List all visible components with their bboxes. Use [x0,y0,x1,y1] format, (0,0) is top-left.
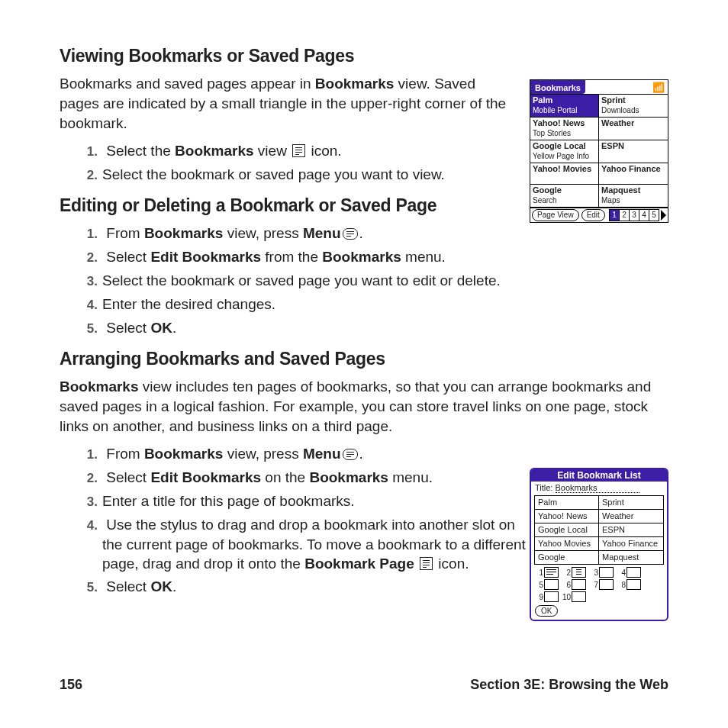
dialog-title: Edit Bookmark List [531,469,667,482]
text: menu. [401,249,446,265]
bookmark-cell[interactable]: MapquestMaps [599,185,668,208]
text-bold: Menu [303,225,341,241]
text-bold: Bookmarks [144,446,224,462]
bookmark-cell[interactable]: Weather [599,118,668,140]
bookmark-slot[interactable]: Yahoo! News [535,510,599,523]
page-tab[interactable]: 4 [639,209,649,221]
text: icon. [438,556,469,572]
page-slot-number: 8 [617,581,626,589]
step: Select OK. [102,318,668,338]
edit-button[interactable]: Edit [581,209,605,221]
text: Select [106,578,150,594]
page-slot[interactable]: 8 [617,579,641,590]
text: view [254,143,292,159]
page-slots: 12345678910 [531,567,667,602]
text-bold: Bookmark Page [304,556,414,572]
text-bold: OK [150,578,172,594]
page-slot-box[interactable] [599,579,614,590]
bookmark-cell[interactable]: PalmMobile Portal [530,95,599,118]
text: Select the [106,143,175,159]
page-slot[interactable]: 10 [562,591,586,602]
page-slot[interactable]: 7 [589,579,614,590]
page-slot-box[interactable] [627,567,641,578]
step: Select Edit Bookmarks from the Bookmarks… [102,247,668,267]
bookmark-subtitle: Downloads [601,105,665,115]
title-input[interactable]: Bookmarks [556,483,639,493]
page-tab[interactable]: 2 [620,209,630,221]
title-tab[interactable]: Bookmarks [530,80,585,94]
page-slot-box[interactable] [572,567,586,578]
bookmark-subtitle: Maps [601,195,665,205]
bookmark-cell[interactable]: Yahoo! NewsTop Stories [530,118,599,140]
page-slot[interactable]: 5 [534,579,559,590]
bookmark-cell[interactable]: GoogleSearch [530,185,599,208]
bookmark-slot[interactable]: Google [535,551,599,564]
page-slot[interactable]: 4 [617,567,641,578]
page-selector: 12345 [609,209,666,221]
paragraph-arranging: Bookmarks view includes ten pages of boo… [60,377,668,436]
bookmark-subtitle: Top Stories [533,128,596,138]
step: Enter the desired changes. [102,295,668,314]
page-view-button[interactable]: Page View [532,209,579,221]
bookmark-slot[interactable]: Mapquest [599,551,663,564]
text-bold: Edit Bookmarks [150,469,261,485]
page-slot-box[interactable] [544,591,559,602]
text: view, press [223,225,303,241]
signal-icon: 📶 [652,82,665,93]
text: From [106,446,144,462]
bottom-toolbar: Page View Edit 12345 [530,208,668,222]
window-titlebar: Bookmarks 📶 [530,80,668,95]
heading-viewing: Viewing Bookmarks or Saved Pages [60,46,668,66]
page-tab[interactable]: 5 [649,209,659,221]
page-slot-number: 3 [589,569,598,577]
page-slot-number: 4 [617,569,626,577]
bookmark-slot[interactable]: ESPN [599,523,663,537]
title-label: Title: [535,483,552,492]
page-slot[interactable]: 3 [589,567,614,578]
bookmark-title: Google Local [533,141,596,151]
bookmark-cell[interactable]: ESPN [599,140,668,163]
page-slot-box[interactable] [572,579,586,590]
heading-arranging: Arranging Bookmarks and Saved Pages [60,349,668,369]
bookmark-cell[interactable]: SprintDownloads [599,95,668,118]
page-slot[interactable]: 9 [534,591,559,602]
page-slot-box[interactable] [544,579,559,590]
manual-page: Viewing Bookmarks or Saved Pages Bookmar… [0,0,728,728]
text: From [106,225,144,241]
section-label: Section 3E: Browsing the Web [470,677,668,693]
text: view includes ten pages of bookmarks, so… [60,378,651,434]
text: view, press [223,446,303,462]
bookmark-slot[interactable]: Yahoo Movies [535,537,599,551]
page-slot-box[interactable] [627,579,641,590]
page-slot-number: 6 [562,581,571,589]
page-slot[interactable]: 6 [562,579,586,590]
page-slot-box[interactable] [544,567,559,578]
text: Select [106,320,150,336]
page-tab[interactable]: 1 [609,209,620,221]
bookmark-title: Yahoo Finance [601,164,665,174]
bookmark-slot[interactable]: Weather [599,510,663,523]
page-slot-number: 5 [534,581,543,589]
page-slot-box[interactable] [599,567,614,578]
page-slot-number: 9 [534,593,543,601]
page-slot[interactable]: 2 [562,567,586,578]
text: from the [261,249,322,265]
page-slot-box[interactable] [572,591,586,602]
bookmark-slot[interactable]: Google Local [535,523,599,537]
bookmark-cell[interactable]: Yahoo Finance [599,163,668,185]
page-slot[interactable]: 1 [534,567,559,578]
steps-editing: From Bookmarks view, press Menu. Select … [102,224,668,338]
paragraph-intro: Bookmarks and saved pages appear in Book… [60,74,510,134]
bookmark-subtitle: Yellow Page Info [533,151,596,161]
bookmark-cell[interactable]: Yahoo! Movies [530,163,599,185]
page-slot-number: 10 [562,593,571,601]
bookmark-slot[interactable]: Yahoo Finance [599,537,663,551]
bookmark-slot[interactable]: Sprint [599,496,663,510]
next-arrow-icon[interactable] [661,210,666,221]
ok-button[interactable]: OK [535,605,558,617]
page-number: 156 [60,677,82,693]
bookmark-slot[interactable]: Palm [535,496,599,510]
text: Bookmarks and saved pages appear in [60,76,315,92]
bookmark-cell[interactable]: Google LocalYellow Page Info [530,140,599,163]
page-tab[interactable]: 3 [630,209,639,221]
